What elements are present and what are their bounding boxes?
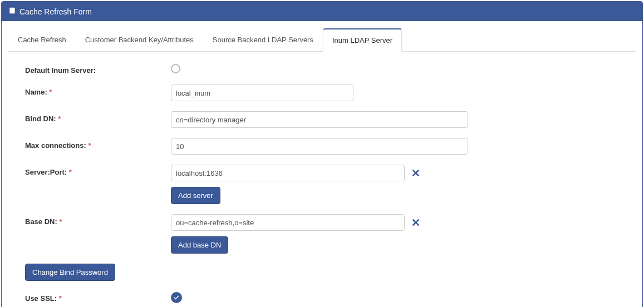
form-area: Default Inum Server: Name: * Bind DN: * … [8, 63, 636, 303]
bind-dn-input[interactable] [171, 111, 468, 128]
add-server-button[interactable]: Add server [171, 187, 220, 204]
label-name: Name: * [25, 85, 171, 96]
panel-body: Cache Refresh Customer Backend Key/Attri… [2, 21, 642, 307]
default-inum-radio[interactable] [171, 64, 180, 73]
remove-server-icon[interactable] [411, 169, 420, 177]
label-default-inum: Default Inum Server: [25, 63, 171, 75]
label-base-dn: Base DN: * [25, 214, 171, 226]
label-max-connections: Max connections: * [25, 138, 171, 150]
row-name: Name: * [25, 85, 619, 101]
required-mark: * [59, 294, 62, 303]
tab-cache-refresh[interactable]: Cache Refresh [8, 28, 76, 52]
name-input[interactable] [171, 85, 353, 101]
tab-bar: Cache Refresh Customer Backend Key/Attri… [8, 28, 636, 52]
required-mark: * [58, 115, 61, 123]
row-default-inum: Default Inum Server: [25, 63, 619, 75]
base-dn-input[interactable] [171, 214, 405, 231]
remove-basedn-icon[interactable] [411, 218, 420, 227]
panel-header: Cache Refresh Form [2, 2, 642, 21]
row-change-password: Change Bind Password [25, 264, 619, 281]
cache-refresh-panel: Cache Refresh Form Cache Refresh Custome… [1, 1, 643, 307]
tab-inum-ldap[interactable]: Inum LDAP Server [323, 28, 402, 52]
form-icon [8, 7, 16, 16]
tab-source-backend[interactable]: Source Backend LDAP Servers [203, 28, 323, 52]
required-mark: * [69, 168, 72, 176]
label-use-ssl: Use SSL: * [25, 291, 171, 303]
label-server-port: Server:Port: * [25, 165, 171, 176]
change-bind-password-button[interactable]: Change Bind Password [25, 264, 115, 281]
add-basedn-button[interactable]: Add base DN [171, 236, 228, 254]
row-max-connections: Max connections: * [25, 138, 619, 155]
field-default-inum [171, 63, 180, 73]
row-base-dn: Base DN: * Add base DN [25, 214, 619, 254]
panel-title: Cache Refresh Form [19, 7, 92, 16]
tab-customer-backend[interactable]: Customer Backend Key/Attributes [76, 28, 203, 52]
required-mark: * [88, 141, 91, 150]
server-port-input[interactable] [171, 165, 405, 181]
row-use-ssl: Use SSL: * [25, 291, 619, 303]
label-bind-dn: Bind DN: * [25, 111, 171, 123]
required-mark: * [59, 217, 62, 226]
max-connections-input[interactable] [171, 138, 468, 155]
row-server-port: Server:Port: * Add server [25, 165, 619, 204]
required-mark: * [49, 88, 52, 96]
row-bind-dn: Bind DN: * [25, 111, 619, 128]
use-ssl-checkbox[interactable] [171, 292, 182, 303]
